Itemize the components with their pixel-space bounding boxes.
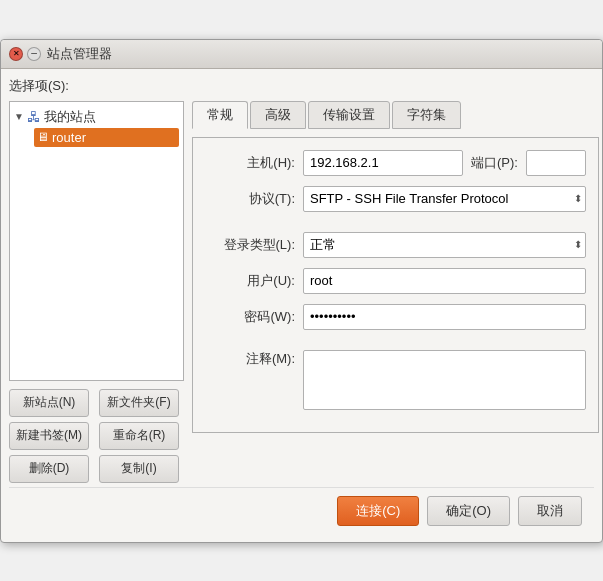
tab-advanced[interactable]: 高级 (250, 101, 306, 129)
main-window: ✕ ─ 站点管理器 选择项(S): ▼ 🖧 我的站点 (0, 39, 603, 543)
ok-button[interactable]: 确定(O) (427, 496, 510, 526)
user-input[interactable] (303, 268, 586, 294)
minimize-button[interactable]: ─ (27, 47, 41, 61)
tree-children: 🖥 router (14, 128, 179, 147)
tab-content-general: 主机(H): 端口(P): 协议(T): SFTP - SSH File Tra… (192, 137, 599, 433)
tree-root: ▼ 🖧 我的站点 🖥 router (14, 106, 179, 147)
sidebar-panel: ▼ 🖧 我的站点 🖥 router 新站点(N) (9, 101, 184, 483)
tree-arrow-icon: ▼ (14, 111, 24, 122)
connect-button[interactable]: 连接(C) (337, 496, 419, 526)
host-row: 主机(H): 端口(P): (205, 150, 586, 176)
window-title: 站点管理器 (47, 45, 112, 63)
section-label: 选择项(S): (9, 77, 594, 95)
protocol-label: 协议(T): (205, 190, 295, 208)
login-type-label: 登录类型(L): (205, 236, 295, 254)
password-row: 密码(W): (205, 304, 586, 330)
rename-button[interactable]: 重命名(R) (99, 422, 179, 450)
right-panel: 常规 高级 传输设置 字符集 主机(H): 端口(P): (192, 101, 599, 483)
spacer2 (205, 340, 586, 350)
password-label: 密码(W): (205, 308, 295, 326)
server-network-icon: 🖧 (27, 109, 41, 125)
notes-label: 注释(M): (205, 350, 295, 368)
tree-parent-mysite[interactable]: ▼ 🖧 我的站点 (14, 106, 179, 128)
tree-item-label: router (52, 130, 86, 145)
tab-bar: 常规 高级 传输设置 字符集 (192, 101, 599, 129)
password-input[interactable] (303, 304, 586, 330)
window-body: 选择项(S): ▼ 🖧 我的站点 🖥 router (1, 69, 602, 542)
host-input[interactable] (303, 150, 463, 176)
cancel-button[interactable]: 取消 (518, 496, 582, 526)
login-type-select[interactable]: 正常 (303, 232, 586, 258)
tab-charset[interactable]: 字符集 (392, 101, 461, 129)
protocol-select[interactable]: SFTP - SSH File Transfer Protocol (303, 186, 586, 212)
tab-transfer[interactable]: 传输设置 (308, 101, 390, 129)
user-label: 用户(U): (205, 272, 295, 290)
port-label: 端口(P): (471, 154, 518, 172)
tab-general[interactable]: 常规 (192, 101, 248, 129)
protocol-row: 协议(T): SFTP - SSH File Transfer Protocol… (205, 186, 586, 212)
new-site-button[interactable]: 新站点(N) (9, 389, 89, 417)
titlebar: ✕ ─ 站点管理器 (1, 40, 602, 69)
close-button[interactable]: ✕ (9, 47, 23, 61)
router-server-icon: 🖥 (37, 130, 49, 144)
user-row: 用户(U): (205, 268, 586, 294)
window-controls: ✕ ─ (9, 47, 41, 61)
main-layout: ▼ 🖧 我的站点 🖥 router 新站点(N) (9, 101, 594, 483)
action-buttons: 新站点(N) 新文件夹(F) 新建书签(M) 重命名(R) 删除(D) 复制(I… (9, 389, 184, 483)
new-bookmark-button[interactable]: 新建书签(M) (9, 422, 89, 450)
tree-item-router[interactable]: 🖥 router (34, 128, 179, 147)
site-tree: ▼ 🖧 我的站点 🖥 router (9, 101, 184, 381)
login-type-row: 登录类型(L): 正常 ⬍ (205, 232, 586, 258)
tree-root-label: 我的站点 (44, 108, 96, 126)
notes-textarea[interactable] (303, 350, 586, 410)
delete-button[interactable]: 删除(D) (9, 455, 89, 483)
copy-button[interactable]: 复制(I) (99, 455, 179, 483)
protocol-select-wrapper: SFTP - SSH File Transfer Protocol ⬍ (303, 186, 586, 212)
port-input[interactable] (526, 150, 586, 176)
dialog-buttons: 连接(C) 确定(O) 取消 (9, 487, 594, 534)
spacer1 (205, 222, 586, 232)
host-label: 主机(H): (205, 154, 295, 172)
new-folder-button[interactable]: 新文件夹(F) (99, 389, 179, 417)
login-type-select-wrapper: 正常 ⬍ (303, 232, 586, 258)
notes-row: 注释(M): (205, 350, 586, 410)
